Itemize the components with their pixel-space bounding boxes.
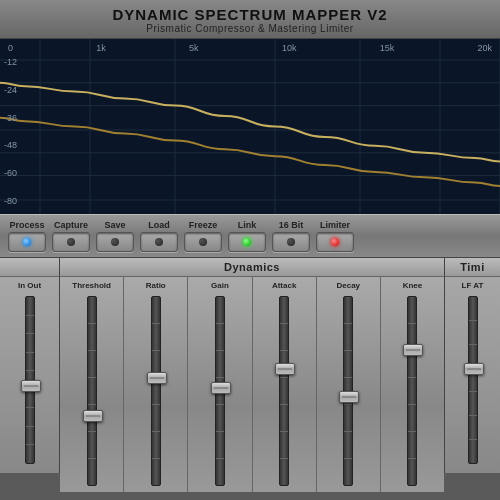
limiter-btn[interactable]: Limiter: [316, 220, 354, 252]
ratio-fader-col: Ratio: [124, 277, 188, 492]
capture-btn[interactable]: Capture: [52, 220, 90, 252]
app-header: DYNAMIC SPECTRUM MAPPER V2 Prismatic Com…: [0, 0, 500, 39]
y-label-60: -60: [0, 168, 17, 178]
gain-handle[interactable]: [211, 382, 231, 394]
x-label-5k: 5k: [189, 43, 199, 53]
attack-label: Attack: [272, 281, 296, 290]
limiter-label: Limiter: [320, 220, 350, 230]
x-label-1k: 1k: [96, 43, 106, 53]
control-strip: Process Capture Save Load Freeze Link 16…: [0, 214, 500, 258]
ratio-track[interactable]: [151, 296, 161, 486]
x-label-20k: 20k: [477, 43, 492, 53]
knee-track[interactable]: [407, 296, 417, 486]
lfat-track[interactable]: [468, 296, 478, 464]
knee-fader-col: Knee: [381, 277, 444, 492]
freeze-label: Freeze: [189, 220, 218, 230]
left-panel: In Out: [0, 258, 60, 473]
attack-track[interactable]: [279, 296, 289, 486]
attack-handle[interactable]: [275, 363, 295, 375]
ratio-label: Ratio: [146, 281, 166, 290]
capture-led: [67, 238, 75, 246]
limiter-led: [331, 238, 339, 246]
left-panel-header: [0, 258, 59, 277]
threshold-track[interactable]: [87, 296, 97, 486]
dynamics-section: Dynamics Threshold Ratio: [60, 258, 445, 473]
dynamics-header: Dynamics: [60, 258, 444, 277]
ratio-handle[interactable]: [147, 372, 167, 384]
link-btn[interactable]: Link: [228, 220, 266, 252]
knee-handle[interactable]: [403, 344, 423, 356]
knee-label: Knee: [403, 281, 423, 290]
16bit-led: [287, 238, 295, 246]
decay-handle[interactable]: [339, 391, 359, 403]
inout-fader-col: In Out: [0, 277, 59, 470]
load-label: Load: [148, 220, 170, 230]
lfat-handle[interactable]: [464, 363, 484, 375]
threshold-handle[interactable]: [83, 410, 103, 422]
link-led: [243, 238, 251, 246]
faders-area: In Out Dynamics Threshold: [0, 258, 500, 473]
inout-label: In Out: [18, 281, 41, 290]
process-led: [23, 238, 31, 246]
x-axis-labels: 0 1k 5k 10k 15k 20k: [0, 43, 500, 53]
app-title: DYNAMIC SPECTRUM MAPPER V2: [0, 6, 500, 23]
16bit-btn[interactable]: 16 Bit: [272, 220, 310, 252]
x-label-15k: 15k: [380, 43, 395, 53]
gain-fader-col: Gain: [188, 277, 252, 492]
process-label: Process: [9, 220, 44, 230]
right-panel-header: Timi: [445, 258, 500, 277]
load-led: [155, 238, 163, 246]
app-subtitle: Prismatic Compressor & Mastering Limiter: [0, 23, 500, 34]
gain-track[interactable]: [215, 296, 225, 486]
y-label-36: -36: [0, 113, 17, 123]
threshold-fader-col: Threshold: [60, 277, 124, 492]
x-label-10k: 10k: [282, 43, 297, 53]
inout-fader-track[interactable]: [25, 296, 35, 464]
freeze-btn[interactable]: Freeze: [184, 220, 222, 252]
lfat-label: LF AT: [462, 281, 484, 290]
right-panel: Timi LF AT: [445, 258, 500, 473]
lfat-fader-col: LF AT: [445, 277, 500, 470]
decay-track[interactable]: [343, 296, 353, 486]
decay-fader-col: Decay: [317, 277, 381, 492]
inout-fader-handle[interactable]: [21, 380, 41, 392]
freeze-led: [199, 238, 207, 246]
y-label-12: -12: [0, 57, 17, 67]
y-label-24: -24: [0, 85, 17, 95]
capture-label: Capture: [54, 220, 88, 230]
save-btn[interactable]: Save: [96, 220, 134, 252]
dynamics-faders-row: Threshold Ratio: [60, 277, 444, 492]
16bit-label: 16 Bit: [279, 220, 304, 230]
save-led: [111, 238, 119, 246]
save-label: Save: [104, 220, 125, 230]
y-label-48: -48: [0, 140, 17, 150]
process-btn[interactable]: Process: [8, 220, 46, 252]
spectrum-display: 0 1k 5k 10k 15k 20k -12 -24 -36 -48 -60 …: [0, 39, 500, 214]
y-label-80: -80: [0, 196, 17, 206]
gain-label: Gain: [211, 281, 229, 290]
decay-label: Decay: [336, 281, 360, 290]
y-axis-labels: -12 -24 -36 -48 -60 -80: [0, 39, 17, 212]
link-label: Link: [238, 220, 257, 230]
threshold-label: Threshold: [72, 281, 111, 290]
attack-fader-col: Attack: [253, 277, 317, 492]
load-btn[interactable]: Load: [140, 220, 178, 252]
